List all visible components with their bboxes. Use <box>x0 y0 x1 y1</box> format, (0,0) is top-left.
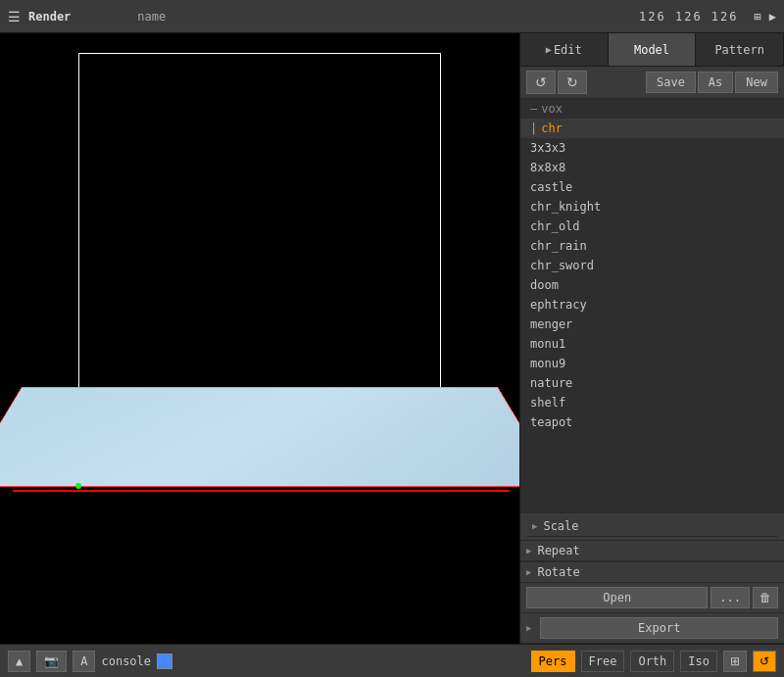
top-bar: ☰ Render name 126 126 126 ⊞ ▶ <box>0 0 784 33</box>
vertical-line-right <box>440 53 441 406</box>
up-arrow-button[interactable]: ▲ <box>8 651 30 672</box>
model-item[interactable]: ephtracy <box>520 295 784 314</box>
grid-button[interactable]: ⊞ <box>723 651 747 672</box>
rotate-button[interactable]: ↺ <box>753 651 776 672</box>
model-item[interactable]: teapot <box>520 412 784 432</box>
model-item[interactable]: chr_knight <box>520 197 784 217</box>
scene-container <box>0 33 519 644</box>
pattern-label: Pattern <box>714 43 764 57</box>
scale-caret: ▶ <box>532 521 537 531</box>
save-row: ↺ ↻ Save As New <box>520 67 784 99</box>
scale-row[interactable]: ▶ Scale <box>526 516 778 537</box>
model-item[interactable]: |chr <box>520 119 784 138</box>
iso-button[interactable]: Iso <box>680 651 717 672</box>
rotate-caret: ▶ <box>526 567 531 577</box>
model-item[interactable]: 3x3x3 <box>520 138 784 158</box>
rotate-section: ▶ Rotate <box>520 561 784 583</box>
model-item[interactable]: chr_rain <box>520 236 784 256</box>
render-label: Render <box>28 10 71 24</box>
grid-plane <box>0 387 519 487</box>
name-label: name <box>137 10 166 24</box>
status-bar: ▲ 📷 A console Pers Free Orth Iso ⊞ ↺ <box>0 644 784 677</box>
model-item[interactable]: monu1 <box>520 334 784 354</box>
vertical-line-left <box>78 53 79 406</box>
model-list: —vox|chr3x3x38x8x8castlechr_knightchr_ol… <box>520 99 784 512</box>
camera-button[interactable]: 📷 <box>36 651 67 672</box>
pers-button[interactable]: Pers <box>531 651 575 672</box>
model-item[interactable]: shelf <box>520 393 784 412</box>
model-item[interactable]: —vox <box>520 99 784 119</box>
horizontal-line-top <box>78 53 441 54</box>
orth-button[interactable]: Orth <box>630 651 674 672</box>
rgb-values: 126 126 126 <box>639 10 738 24</box>
resize-icon[interactable]: ⊞ <box>755 10 761 24</box>
edit-label: Edit <box>554 43 582 57</box>
a-button[interactable]: A <box>73 651 95 672</box>
trash-button[interactable]: 🗑 <box>753 587 778 608</box>
open-row: Open ... 🗑 <box>520 583 784 613</box>
console-label: console <box>101 654 151 668</box>
model-item[interactable]: monu9 <box>520 354 784 373</box>
model-item[interactable]: chr_sword <box>520 256 784 275</box>
tab-model[interactable]: Model <box>609 33 697 66</box>
open-button[interactable]: Open <box>526 587 708 608</box>
menu-icon[interactable]: ☰ <box>8 9 21 24</box>
export-row: ▶ Export <box>520 613 784 644</box>
color-swatch[interactable] <box>157 653 172 669</box>
save-buttons: Save As New <box>646 72 778 93</box>
scale-label: Scale <box>543 519 578 533</box>
save-button[interactable]: Save <box>646 72 696 93</box>
repeat-row[interactable]: ▶ Repeat <box>520 541 784 561</box>
green-corner-dot <box>75 483 81 489</box>
right-panel: ▶ Edit Model Pattern ↺ ↻ Save As New <box>519 33 784 644</box>
free-button[interactable]: Free <box>581 651 625 672</box>
rotate-label: Rotate <box>537 565 579 579</box>
model-item[interactable]: chr_old <box>520 217 784 236</box>
scale-section: ▶ Scale <box>520 512 784 540</box>
repeat-label: Repeat <box>537 544 579 557</box>
model-item[interactable]: castle <box>520 177 784 197</box>
model-label: Model <box>634 43 669 57</box>
top-tabs: ▶ Edit Model Pattern <box>520 33 784 67</box>
model-list-panel: —vox|chr3x3x38x8x8castlechr_knightchr_ol… <box>520 99 784 512</box>
export-button[interactable]: Export <box>540 617 778 639</box>
undo-redo-group: ↺ ↻ <box>526 71 587 94</box>
edit-arrow: ▶ <box>546 44 552 55</box>
panel-arrow-icon[interactable]: ▶ <box>769 10 776 24</box>
model-item[interactable]: 8x8x8 <box>520 158 784 177</box>
rotate-row[interactable]: ▶ Rotate <box>520 562 784 583</box>
export-caret: ▶ <box>526 623 531 633</box>
model-item[interactable]: doom <box>520 275 784 295</box>
model-item[interactable]: nature <box>520 373 784 393</box>
new-button[interactable]: New <box>735 72 778 93</box>
repeat-section: ▶ Repeat <box>520 540 784 561</box>
red-bottom-line <box>13 490 510 492</box>
tab-edit[interactable]: ▶ Edit <box>520 33 609 66</box>
repeat-caret: ▶ <box>526 546 531 556</box>
viewport[interactable] <box>0 33 519 644</box>
main-area: ▶ Edit Model Pattern ↺ ↻ Save As New <box>0 33 784 644</box>
as-button[interactable]: As <box>698 72 733 93</box>
dots-button[interactable]: ... <box>710 587 750 608</box>
redo-button[interactable]: ↻ <box>558 71 587 94</box>
model-item[interactable]: menger <box>520 314 784 334</box>
tab-pattern[interactable]: Pattern <box>696 33 784 66</box>
undo-button[interactable]: ↺ <box>526 71 556 94</box>
